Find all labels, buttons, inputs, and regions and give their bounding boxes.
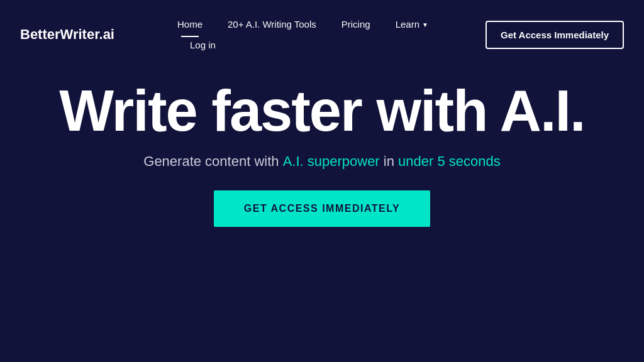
nav-pricing[interactable]: Pricing bbox=[329, 14, 383, 35]
nav-get-access-button[interactable]: Get Access Immediately bbox=[486, 21, 624, 49]
hero-section: Write faster with A.I. Generate content … bbox=[0, 69, 644, 227]
hero-cta-button[interactable]: GET ACCESS IMMEDIATELY bbox=[214, 190, 430, 227]
nav-home[interactable]: Home bbox=[165, 14, 215, 35]
nav-writing-tools[interactable]: 20+ A.I. Writing Tools bbox=[215, 14, 329, 35]
hero-title: Write faster with A.I. bbox=[59, 82, 584, 140]
navbar: BetterWriter.ai Home 20+ A.I. Writing To… bbox=[0, 0, 644, 69]
chevron-down-icon: ▼ bbox=[422, 21, 428, 28]
nav-login[interactable]: Log in bbox=[177, 35, 228, 55]
hero-subtitle: Generate content with A.I. superpower in… bbox=[143, 151, 500, 172]
nav-learn[interactable]: Learn ▼ bbox=[383, 14, 441, 35]
logo: BetterWriter.ai bbox=[20, 26, 114, 43]
highlight-ai-superpower: A.I. superpower bbox=[283, 153, 380, 169]
highlight-time: under 5 seconds bbox=[398, 153, 501, 169]
